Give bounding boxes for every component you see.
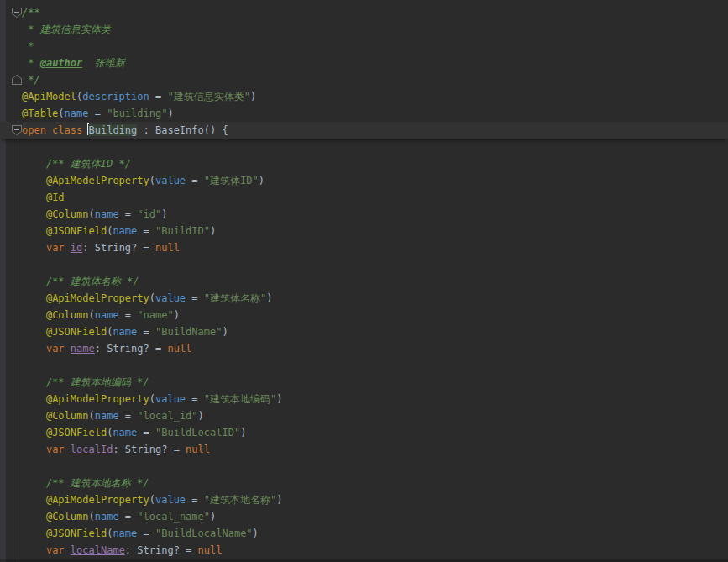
code-token-def: (	[149, 292, 155, 304]
code-token-def	[22, 225, 46, 237]
code-token-str: "建筑体ID"	[204, 175, 259, 186]
code-token-str: "BuildLocalID"	[155, 427, 240, 439]
code-line[interactable]: @JSONField(name = "BuildLocalID")	[0, 424, 728, 441]
code-token-str: "BuildName"	[155, 326, 222, 338]
code-token-arg: name	[65, 108, 89, 119]
code-token-str: "name"	[137, 309, 173, 321]
code-line[interactable]	[0, 256, 728, 273]
code-line-caret[interactable]: open class Building : BaseInfo() {	[0, 122, 728, 139]
code-token-kw: var	[46, 444, 65, 455]
code-line[interactable]: @JSONField(name = "BuildLocalName")	[0, 525, 728, 542]
code-token-def: =	[137, 225, 155, 237]
code-line[interactable]: /**	[0, 4, 728, 21]
code-token-kw: null	[155, 242, 180, 254]
code-lines-container: /** * 建筑信息实体类 * * @author 张维新 */@ApiMode…	[0, 4, 728, 559]
code-token-ann: @ApiModel	[22, 91, 76, 102]
code-token-str: "建筑体名称"	[204, 292, 266, 304]
code-line[interactable]: @ApiModelProperty(value = "建筑本地编码")	[0, 391, 728, 407]
code-token-doc: /**	[22, 7, 40, 18]
code-token-def	[22, 309, 46, 321]
code-line[interactable]	[0, 139, 728, 155]
code-token-str: "local_name"	[137, 511, 210, 523]
fold-icon-shape	[13, 126, 21, 134]
code-token-str: "building"	[107, 108, 167, 119]
code-line[interactable]: @Column(name = "name")	[0, 307, 728, 323]
code-token-ann: @Id	[46, 192, 65, 203]
code-line[interactable]: /** 建筑体ID */	[0, 155, 728, 172]
code-line[interactable]: @ApiModelProperty(value = "建筑体ID")	[0, 172, 728, 189]
code-token-def: =	[119, 410, 138, 422]
code-token-arg: name	[95, 309, 119, 321]
code-token-def: )	[259, 175, 264, 186]
code-line[interactable]: @Id	[0, 189, 728, 206]
code-line[interactable]: @Column(name = "local_name")	[0, 508, 728, 525]
code-token-def	[22, 343, 46, 355]
code-line[interactable]: @ApiModelProperty(value = "建筑本地名称")	[0, 491, 728, 508]
code-token-def: (	[149, 175, 155, 186]
code-token-def: : String? =	[113, 444, 186, 455]
code-token-def	[22, 208, 46, 220]
code-token-def: =	[137, 427, 155, 439]
code-line[interactable]: @ApiModelProperty(value = "建筑体名称")	[0, 290, 728, 307]
code-line[interactable]	[0, 357, 728, 374]
code-token-doc: */	[22, 74, 40, 86]
code-token-def: )	[161, 208, 167, 220]
code-line[interactable]: var localId: String? = null	[0, 441, 728, 458]
code-line[interactable]: @JSONField(name = "BuildName")	[0, 323, 728, 340]
code-line[interactable]: @Column(name = "id")	[0, 206, 728, 223]
code-token-def: =	[119, 208, 138, 220]
code-token-ann: @Column	[46, 511, 89, 523]
code-line[interactable]: @Column(name = "local_id")	[0, 407, 728, 424]
code-token-def	[22, 242, 46, 254]
code-line[interactable]: @ApiModel(description = "建筑信息实体类")	[0, 88, 728, 105]
fold-icon-shape	[13, 76, 21, 84]
code-token-ann: @Table	[22, 108, 58, 119]
code-token-def	[65, 242, 71, 254]
fold-collapse-icon[interactable]	[12, 125, 22, 135]
code-token-arg: value	[155, 292, 186, 304]
code-token-def: )	[198, 410, 204, 422]
code-token-def: )	[250, 91, 256, 102]
code-token-str: "id"	[137, 208, 161, 220]
code-line[interactable]: * @author 张维新	[0, 55, 728, 71]
fold-end-icon[interactable]	[12, 75, 22, 85]
code-token-def: =	[137, 528, 155, 539]
code-token-str: "建筑本地名称"	[204, 494, 276, 506]
code-token-def: =	[119, 309, 138, 321]
code-token-arg: name	[95, 410, 119, 422]
code-token-ann: @JSONField	[46, 528, 107, 539]
code-line[interactable]: var id: String? = null	[0, 239, 728, 256]
code-token-def: (	[88, 208, 94, 220]
code-token-kw: null	[186, 444, 210, 455]
code-token-arg: name	[113, 528, 137, 539]
code-line[interactable]: * 建筑信息实体类	[0, 21, 728, 38]
code-editor[interactable]: /** * 建筑信息实体类 * * @author 张维新 */@ApiMode…	[0, 0, 728, 562]
code-line[interactable]: @JSONField(name = "BuildID")	[0, 223, 728, 239]
code-line[interactable]: var name: String? = null	[0, 340, 728, 357]
code-token-def: (	[149, 494, 155, 506]
code-token-arg: value	[155, 494, 186, 506]
code-line[interactable]: @Table(name = "building")	[0, 105, 728, 122]
code-token-def: =	[89, 108, 107, 119]
code-token-def: )	[222, 326, 228, 338]
code-token-ann: @ApiModelProperty	[46, 175, 149, 186]
fold-icon-shape	[13, 8, 21, 17]
fold-minus-glyph	[14, 12, 19, 13]
code-line[interactable]: var localName: String? = null	[0, 542, 728, 559]
code-line[interactable]: /** 建筑本地名称 */	[0, 475, 728, 491]
code-line[interactable]: *	[0, 38, 728, 55]
code-token-kw: null	[167, 343, 191, 355]
code-token-kw: var	[46, 242, 65, 254]
code-line[interactable]: /** 建筑体名称 */	[0, 273, 728, 290]
code-token-def	[22, 393, 46, 405]
code-token-kw: var	[46, 544, 65, 556]
fold-collapse-icon[interactable]	[12, 8, 22, 18]
code-token-arg: name	[113, 326, 137, 338]
code-token-def: )	[210, 225, 216, 237]
code-line[interactable]	[0, 458, 728, 475]
code-token-prop: localId	[71, 444, 113, 455]
code-line[interactable]: */	[0, 71, 728, 88]
code-token-doc: /** 建筑体ID */	[22, 158, 131, 170]
code-token-def: =	[186, 494, 204, 506]
code-line[interactable]: /** 建筑本地编码 */	[0, 374, 728, 391]
